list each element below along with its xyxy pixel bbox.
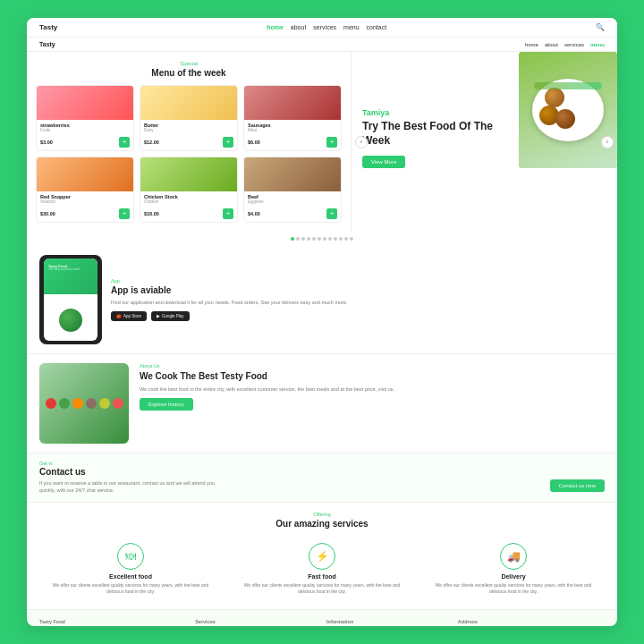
food-card-3: Red Snapper Seafood $30.00 + xyxy=(36,157,134,223)
play-icon: ▶ xyxy=(157,314,160,318)
add-to-cart-4[interactable]: + xyxy=(223,208,233,219)
outer-nav-contact-link[interactable]: contact xyxy=(367,24,387,30)
service-card-0: 🍽 Excellent food We offer our clients ex… xyxy=(39,538,222,600)
dot-8[interactable] xyxy=(334,237,337,241)
service-desc-2: We offer our clients excellent quality s… xyxy=(428,582,599,595)
service-name-0: Excellent food xyxy=(45,573,216,580)
slider-food-image xyxy=(519,52,617,168)
food-image-4 xyxy=(140,157,237,191)
outer-nav-contact[interactable]: contact xyxy=(367,24,387,30)
hero-section: Special Menu of the week strawberries Fr… xyxy=(27,52,617,232)
dot-3[interactable] xyxy=(307,237,310,241)
phone-screen: Tasty Food The best food of the world xyxy=(44,258,97,341)
outer-nav-links: home about services menu contact xyxy=(267,24,386,30)
service-name-1: Fast food xyxy=(236,573,408,580)
inner-nav-about[interactable]: about xyxy=(545,41,558,47)
food-info-0: strawberries Fruits xyxy=(37,120,133,135)
special-label: Special xyxy=(36,61,342,66)
slider-image xyxy=(519,52,617,168)
outer-nav-about-link[interactable]: about xyxy=(291,24,307,30)
footer-services-title: Services xyxy=(195,619,318,624)
food-footer-2: $6.00 + xyxy=(244,135,341,150)
fast-food-icon: ⚡ xyxy=(309,543,335,570)
about-title: We Cook The Best Testy Food xyxy=(140,370,605,382)
dot-5[interactable] xyxy=(318,237,321,241)
dot-11[interactable] xyxy=(350,237,353,241)
outer-nav-home-link[interactable]: home xyxy=(267,24,284,30)
veggie-dot-red2 xyxy=(113,398,123,409)
google-play-label: Google Play xyxy=(162,314,184,318)
footer-services-col: Services Delivery Finding Real food Rese… xyxy=(195,619,318,627)
footer-link-event[interactable]: Event xyxy=(326,626,449,627)
inner-nav-home[interactable]: home xyxy=(525,41,538,47)
footer-address-title: Address xyxy=(458,619,605,624)
contact-title: Contact us xyxy=(39,467,605,477)
google-play-badge[interactable]: ▶ Google Play xyxy=(151,311,190,321)
dot-9[interactable] xyxy=(339,237,343,241)
food-grid: strawberries Fruits $3.00 + Butter Dairy xyxy=(36,85,342,223)
inner-nav-home-link[interactable]: home xyxy=(525,42,538,47)
search-icon[interactable]: 🔍 xyxy=(596,23,605,31)
slider-arrow-right[interactable]: › xyxy=(601,136,614,148)
add-to-cart-0[interactable]: + xyxy=(119,137,130,148)
explore-button[interactable]: Explore history xyxy=(140,398,193,411)
inner-nav-menu-link[interactable]: menu xyxy=(590,42,605,47)
inner-nav-about-link[interactable]: about xyxy=(545,42,558,47)
food-image-0 xyxy=(37,86,133,120)
food-category-0: Fruits xyxy=(40,128,130,132)
dot-4[interactable] xyxy=(312,237,316,241)
food-image-5 xyxy=(244,157,341,191)
footer-link-delivery[interactable]: Delivery xyxy=(195,626,318,627)
footer: Tasty Food Restaurant f ig t Services De… xyxy=(27,610,617,627)
outer-nav-services[interactable]: services xyxy=(313,24,336,30)
about-section: About Us We Cook The Best Testy Food We … xyxy=(27,354,617,453)
food-card-0: strawberries Fruits $3.00 + xyxy=(36,85,134,151)
dot-6[interactable] xyxy=(323,237,326,241)
app-store-badge[interactable]: 🍎 App Store xyxy=(111,311,147,321)
inner-nav-menu[interactable]: menu xyxy=(590,41,605,47)
dot-2[interactable] xyxy=(301,237,305,241)
excellent-food-icon: 🍽 xyxy=(117,543,144,570)
dot-0[interactable] xyxy=(291,237,294,241)
inner-nav-services-link[interactable]: services xyxy=(564,42,584,47)
add-to-cart-5[interactable]: + xyxy=(326,208,337,219)
contact-label: Get in xyxy=(39,461,605,466)
inner-logo: Tasty xyxy=(39,41,55,47)
food-image-1 xyxy=(140,86,237,120)
dot-1[interactable] xyxy=(296,237,300,241)
dot-10[interactable] xyxy=(344,237,348,241)
food-footer-5: $4.00 + xyxy=(244,207,341,222)
food-category-2: Meat xyxy=(248,128,337,132)
outer-nav-menu-link[interactable]: menu xyxy=(343,24,360,30)
outer-nav-home[interactable]: home xyxy=(267,24,284,30)
contact-button[interactable]: Contact us now xyxy=(550,479,605,492)
app-store-label: App Store xyxy=(123,314,141,318)
footer-brand-col: Tasty Food Restaurant f ig t xyxy=(39,619,186,627)
service-desc-0: We offer our clients excellent quality s… xyxy=(45,582,216,595)
app-section: Tasty Food The best food of the world Ap… xyxy=(27,246,617,354)
brand-label: Tamiya xyxy=(362,108,504,117)
add-to-cart-2[interactable]: + xyxy=(326,137,337,148)
veggie-overlay xyxy=(39,363,129,444)
add-to-cart-1[interactable]: + xyxy=(223,137,233,148)
outer-nav-services-link[interactable]: services xyxy=(313,24,336,30)
dot-7[interactable] xyxy=(328,237,332,241)
outer-nav-menu[interactable]: menu xyxy=(343,24,360,30)
contact-description: If you want to reserve a table in our re… xyxy=(39,479,218,495)
footer-information-title: Information xyxy=(326,619,449,624)
add-to-cart-3[interactable]: + xyxy=(119,208,130,219)
food-footer-0: $3.00 + xyxy=(37,135,133,150)
inner-nav-links: home about services menu xyxy=(525,41,605,47)
outer-wrapper: Tasty home about services menu contact 🔍… xyxy=(0,0,644,644)
inner-nav-services[interactable]: services xyxy=(564,41,584,47)
slider-arrow-left[interactable]: ‹ xyxy=(355,136,368,148)
app-description: Find our application and download it for… xyxy=(111,299,605,306)
food-info-5: Beef Egyptian xyxy=(244,191,341,207)
food-footer-4: $18.00 + xyxy=(140,207,237,222)
outer-nav-about[interactable]: about xyxy=(291,24,307,30)
food-price-0: $3.00 xyxy=(40,140,53,145)
food-category-1: Dairy xyxy=(144,128,233,132)
veggie-dot-lime xyxy=(99,398,110,409)
view-more-button[interactable]: View More xyxy=(362,156,405,168)
app-label: App xyxy=(111,278,605,284)
